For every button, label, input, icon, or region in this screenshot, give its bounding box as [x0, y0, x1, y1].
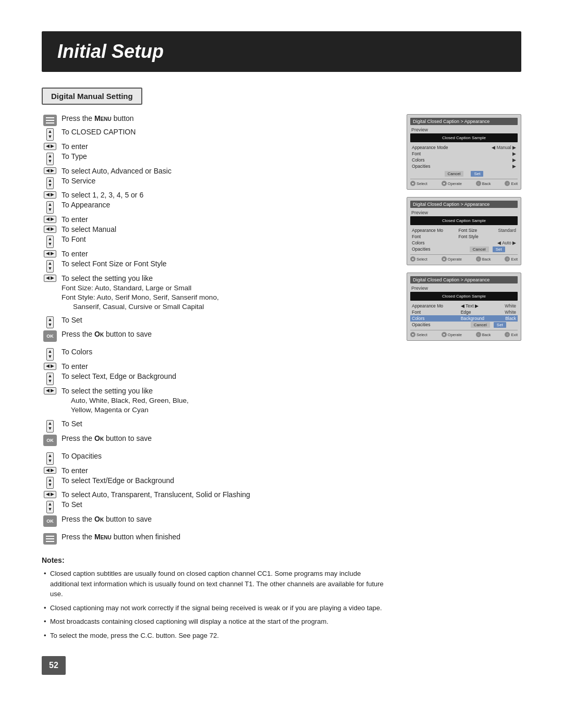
table-row: Colors Background Black [410, 315, 518, 322]
instruction-row: ◀▶ To enter [42, 250, 391, 258]
instruction-row: ▲▼ To Type [42, 152, 391, 165]
preview-label: Preview [410, 286, 518, 291]
updown-arrow-icon: ▲▼ [42, 153, 58, 165]
screen-title-bar: Digital Closed Caption > Appearance [410, 118, 518, 125]
table-cell: Appearance Mo [410, 227, 457, 233]
instruction-row: ▲▼ To Service [42, 177, 391, 190]
instruction-text: Press the Menu button [62, 114, 391, 122]
ok-icon: OK [42, 515, 58, 527]
table-cell: Black [497, 315, 518, 322]
preview-box: Closed Caption Sample [410, 133, 518, 142]
screen-mockup-2: Digital Closed Caption > Appearance Prev… [407, 197, 521, 265]
screen-button-row: ● Select ● Operate ○ Back ○ Exit [410, 179, 518, 186]
back-button: ○ Back [476, 181, 491, 186]
font-size-info: Font Size: Auto, Standard, Large or Smal… [62, 284, 391, 292]
instruction-text: To enter [62, 362, 391, 371]
instructions-column: Press the Menu button ▲▼ To CLOSED CAPTI… [42, 114, 391, 675]
table-row: Appearance Mo ◀ Text ▶ White [410, 303, 518, 309]
instruction-row: OK Press the Ok button to save [42, 330, 391, 342]
instruction-text: To Appearance [62, 201, 391, 209]
lr-arrow-icon: ◀▶ [42, 467, 58, 474]
table-cell [488, 233, 518, 240]
instruction-row: ◀▶ To select Auto, Advanced or Basic [42, 167, 391, 175]
lr-arrow-icon: ◀▶ [42, 226, 58, 233]
exit-button: ○ Exit [505, 181, 518, 186]
instruction-text: Press the Ok button to save [62, 515, 391, 523]
table-cell: Opacities [410, 246, 457, 252]
note-item: Closed captioning may not work correctly… [42, 603, 391, 613]
instruction-text: To select Auto, Advanced or Basic [62, 167, 391, 175]
table-cell: Appearance Mode [410, 144, 473, 151]
updown-arrow-icon: ▲▼ [42, 452, 58, 465]
preview-label: Preview [410, 127, 518, 132]
lr-arrow-icon: ◀▶ [42, 275, 58, 282]
updown-arrow-icon: ▲▼ [42, 177, 58, 190]
instruction-row: ◀▶ To select the setting you like [42, 387, 391, 395]
instruction-text: To Set [62, 500, 391, 509]
lr-arrow-icon: ◀▶ [42, 143, 58, 150]
table-row: Colors ▶ [410, 157, 518, 163]
operate-button: ● Operate [442, 332, 462, 337]
instruction-row: ▲▼ To CLOSED CAPTION [42, 128, 391, 141]
screen-title-bar: Digital Closed Caption > Appearance [410, 201, 518, 208]
table-cell: Cancel Set [459, 322, 518, 328]
instruction-row: ◀▶ To enter [42, 362, 391, 371]
table-cell: ▶ [473, 151, 518, 157]
instruction-row: Press the Menu button [42, 114, 391, 126]
instruction-text: To CLOSED CAPTION [62, 128, 391, 136]
instruction-row: ◀▶ To enter [42, 142, 391, 151]
back-button: ○ Back [476, 256, 491, 262]
updown-arrow-icon: ▲▼ [42, 260, 58, 273]
table-cell: Opacities [410, 163, 473, 169]
instruction-text: To enter [62, 215, 391, 224]
screen-mockup-3: Digital Closed Caption > Appearance Prev… [407, 273, 521, 341]
instruction-text: To select 1, 2, 3, 4, 5 or 6 [62, 191, 391, 199]
instruction-text: To Colors [62, 348, 391, 356]
updown-arrow-icon: ▲▼ [42, 316, 58, 329]
screen-mockups-column: Digital Closed Caption > Appearance Prev… [407, 114, 521, 341]
table-cell: Font [410, 151, 473, 157]
table-row: Opacities Cancel Set [410, 322, 518, 328]
table-cell: ▶ [473, 157, 518, 163]
instruction-row: ▲▼ To select Font Size or Font Style [42, 260, 391, 273]
instruction-row: OK Press the Ok button to save [42, 434, 391, 446]
page-title: Initial Setup [42, 31, 521, 72]
exit-button: ○ Exit [505, 256, 518, 262]
table-cell: Font Style [457, 233, 488, 240]
cancel-button: Cancel [445, 171, 464, 177]
preview-box: Closed Caption Sample [410, 216, 518, 225]
instruction-text: Press the Menu button when finished [62, 533, 391, 541]
table-cell: Cancel Set [457, 246, 518, 252]
table-row: Font ▶ [410, 151, 518, 157]
table-row: Opacities Cancel Set [410, 246, 518, 252]
instruction-text: To Set [62, 419, 391, 428]
instruction-text: To Set [62, 316, 391, 324]
lr-arrow-icon: ◀▶ [42, 491, 58, 498]
table-cell: Edge [459, 309, 497, 315]
table-cell [457, 240, 488, 246]
select-button: ● Select [410, 332, 427, 337]
colors-values-2: Yellow, Magenta or Cyan [71, 406, 391, 414]
instruction-text: Press the Ok button to save [62, 330, 391, 338]
instruction-row: ▲▼ To Font [42, 235, 391, 248]
updown-arrow-icon: ▲▼ [42, 348, 58, 361]
exit-button: ○ Exit [505, 332, 518, 337]
instruction-row: ▲▼ To Opacities [42, 452, 391, 465]
section-title: Digital Manual Setting [42, 88, 142, 105]
screen-table: Appearance Mo Font Size Standard Font Fo… [410, 227, 518, 252]
table-cell: White [497, 309, 518, 315]
instruction-text: To enter [62, 142, 391, 151]
lr-arrow-icon: ◀▶ [42, 167, 58, 175]
instruction-text: To Font [62, 235, 391, 243]
instruction-text: To select the setting you like [62, 387, 391, 395]
instruction-row: ▲▼ To Set [42, 316, 391, 329]
table-row: Appearance Mo Font Size Standard [410, 227, 518, 233]
table-row: Font Font Style [410, 233, 518, 240]
updown-arrow-icon: ▲▼ [42, 501, 58, 513]
lr-arrow-icon: ◀▶ [42, 250, 58, 257]
instruction-row: ▲▼ To Set [42, 500, 391, 513]
set-button: Set [493, 246, 505, 252]
instruction-row: ▲▼ To Appearance [42, 201, 391, 214]
select-button: ● Select [410, 256, 427, 262]
table-cell: ▶ [473, 163, 518, 169]
